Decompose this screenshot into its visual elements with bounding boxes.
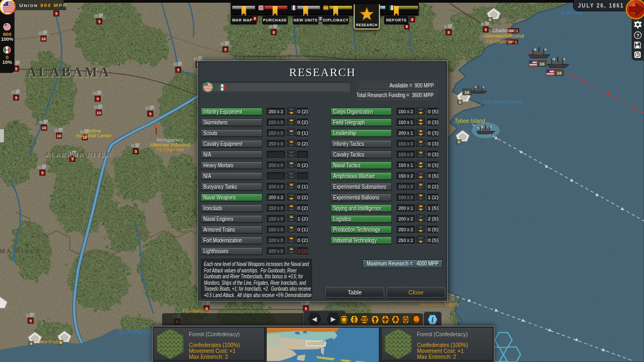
svg-text:10: 10 bbox=[465, 90, 470, 95]
svg-text:1: 1 bbox=[516, 29, 518, 33]
svg-text:8: 8 bbox=[448, 30, 450, 35]
svg-text:5: 5 bbox=[41, 171, 43, 175]
svg-text:MA RIVER: MA RIVER bbox=[0, 248, 41, 254]
svg-text:10: 10 bbox=[97, 110, 101, 115]
svg-text:5: 5 bbox=[55, 11, 57, 16]
svg-text:5: 5 bbox=[15, 95, 17, 100]
svg-text:Alternate/Industrial: Alternate/Industrial bbox=[484, 33, 524, 39]
svg-text:5: 5 bbox=[224, 47, 226, 52]
svg-text:5: 5 bbox=[135, 149, 137, 154]
svg-text:1: 1 bbox=[515, 40, 517, 44]
svg-text:10: 10 bbox=[57, 134, 61, 138]
svg-text:dary Supply: dary Supply bbox=[38, 339, 63, 344]
svg-text:5: 5 bbox=[30, 319, 32, 323]
svg-text:5: 5 bbox=[485, 27, 487, 32]
svg-text:8: 8 bbox=[411, 17, 413, 22]
svg-text:i: i bbox=[431, 316, 434, 324]
svg-text:Fort Royal Sound: Fort Royal Sound bbox=[482, 99, 523, 105]
svg-text:5: 5 bbox=[149, 112, 151, 116]
svg-text:?: ? bbox=[636, 33, 640, 38]
svg-text:ALABAMA: ALABAMA bbox=[27, 65, 111, 79]
svg-text:8: 8 bbox=[273, 30, 275, 35]
svg-text:10: 10 bbox=[41, 36, 46, 41]
svg-text:5: 5 bbox=[177, 68, 179, 72]
svg-text:FS Objective: FS Objective bbox=[182, 308, 210, 313]
svg-text:5: 5 bbox=[15, 67, 17, 71]
svg-text:FS Objective: FS Objective bbox=[156, 147, 184, 152]
svg-text:10: 10 bbox=[42, 125, 46, 130]
svg-text:5: 5 bbox=[98, 19, 100, 24]
svg-text:Tybee Island: Tybee Island bbox=[455, 118, 485, 124]
svg-text:ALABAMA RIVER: ALABAMA RIVER bbox=[45, 151, 112, 158]
svg-text:10: 10 bbox=[557, 71, 562, 76]
svg-text:FS Objective: FS Objective bbox=[487, 39, 515, 44]
svg-text:Industrial Center: Industrial Center bbox=[76, 133, 112, 138]
svg-text:St. Andrew's Inlet: St. Andrew's Inlet bbox=[119, 329, 157, 335]
svg-text:10: 10 bbox=[540, 62, 545, 67]
svg-text:Charleston: Charleston bbox=[492, 28, 516, 33]
svg-text:Secondary Supply: Secondary Supply bbox=[420, 301, 459, 307]
svg-text:5: 5 bbox=[97, 97, 99, 101]
